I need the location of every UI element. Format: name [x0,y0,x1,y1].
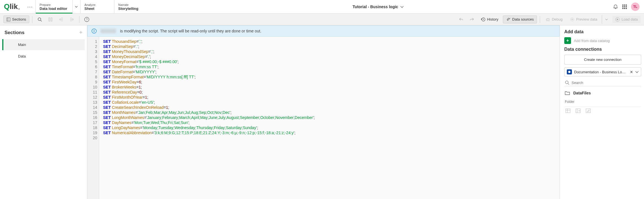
indent-button[interactable] [67,15,76,24]
history-button[interactable]: History [478,16,501,23]
data-sources-button[interactable]: Data sources [503,16,537,23]
create-connection-button[interactable]: Create new connection [564,55,641,65]
nav-tab-storytelling[interactable]: Narrate Storytelling [114,0,148,13]
play-icon [615,17,620,22]
select-data-icon[interactable] [565,109,570,113]
sidebar-title: Sections [5,30,25,36]
main-area: Sections + MainData i is modifying the s… [0,25,644,199]
undo-icon [459,17,463,22]
bell-icon[interactable] [613,4,618,9]
script-editor[interactable]: 1234567891011121314151617181920 SET Thou… [87,37,559,199]
connection-icon [567,69,572,74]
user-avatar[interactable]: TL [631,3,639,11]
divider [540,16,540,23]
svg-point-20 [572,19,573,20]
svg-rect-4 [624,6,625,7]
folder-icon [565,91,570,95]
history-label: History [487,17,498,21]
tab-small-label: Prepare [40,3,67,6]
tab-big-label: Data load editor [40,6,67,11]
load-data-button[interactable]: Load data [612,16,641,23]
insert-script-icon[interactable] [576,109,581,113]
qlik-logo[interactable]: Qlik. [0,0,24,13]
connection-item[interactable]: Documentation - Business Logic ... ✕ [564,67,641,76]
connection-name-label: Documentation - Business Logic ... [574,70,628,74]
data-sources-label: Data sources [512,17,534,21]
preview-icon [570,17,574,22]
svg-rect-0 [622,5,623,6]
help-button[interactable]: ? [82,15,91,24]
search-icon [37,17,42,22]
global-menu-icon[interactable]: ⋯ [24,0,35,13]
svg-rect-13 [49,18,50,21]
chevron-down-icon [605,18,608,21]
search-button[interactable] [35,15,44,24]
app-title-label: Tutorial - Business logic [353,5,398,9]
section-item-main[interactable]: Main [2,39,85,50]
grid-icon[interactable] [622,4,627,9]
connection-search[interactable] [564,79,641,86]
readonly-banner: i is modifying the script. The script wi… [87,25,559,37]
svg-rect-8 [626,8,627,9]
svg-rect-1 [624,5,625,6]
folder-name-label: DataFiles [573,91,591,95]
nav-tabs: Prepare Data load editorAnalyze SheetNar… [35,0,148,13]
undo-button[interactable] [457,15,466,24]
line-gutter: 1234567891011121314151617181920 [87,37,99,199]
section-item-data[interactable]: Data [2,51,85,62]
comment-icon [48,17,53,22]
tab-small-label: Narrate [118,3,143,6]
add-from-catalog-button[interactable]: + Add from data catalog [564,37,641,44]
svg-rect-9 [7,18,10,21]
redo-icon [470,17,474,22]
connection-action-icons [564,107,641,115]
add-section-button[interactable]: + [79,29,83,36]
sections-toggle-button[interactable]: Sections [3,16,29,23]
close-icon[interactable]: ✕ [630,70,633,74]
add-data-title: Add data [564,29,641,34]
outdent-icon [59,17,63,22]
app-title[interactable]: Tutorial - Business logic [148,0,609,13]
svg-rect-14 [51,18,52,21]
chevron-down-icon [400,5,404,8]
toolbar: Sections ? History Data sources Debug Pr… [0,14,644,25]
folder-item[interactable]: DataFiles [564,89,641,97]
edit-connection-icon[interactable] [586,109,591,113]
tab-small-label: Analyze [85,3,109,6]
tab-big-label: Storytelling [118,6,139,11]
svg-point-18 [547,19,549,21]
sections-label: Sections [12,17,26,21]
preview-button[interactable]: Preview data [567,16,600,23]
svg-rect-32 [586,109,590,113]
preview-label: Preview data [576,17,597,21]
chevron-down-icon[interactable] [635,70,639,74]
comment-button[interactable] [46,15,55,24]
search-icon [565,80,569,85]
svg-rect-5 [626,6,627,7]
svg-rect-2 [626,5,627,6]
redo-button[interactable] [467,15,476,24]
add-catalog-label: Add from data catalog [574,39,610,43]
help-icon: ? [84,17,89,22]
svg-rect-3 [622,6,623,7]
nav-tab-sheet[interactable]: Analyze Sheet [80,0,114,13]
svg-point-19 [570,18,574,21]
bug-icon [546,17,550,22]
svg-point-24 [568,71,570,73]
code-content: SET ThousandSep=','; SET DecimalSep='.';… [99,37,315,199]
plus-icon: + [564,37,571,44]
tab-chevron[interactable] [72,0,80,13]
search-input[interactable] [572,81,641,85]
svg-point-11 [38,18,41,21]
svg-text:i: i [94,29,94,33]
preview-dropdown[interactable] [602,15,611,24]
outdent-button[interactable] [57,15,66,24]
svg-line-12 [41,20,42,21]
svg-rect-7 [624,8,625,9]
nav-tab-data-load-editor[interactable]: Prepare Data load editor [35,0,72,13]
indent-icon [70,17,74,22]
sections-sidebar: Sections + MainData [0,25,87,199]
debug-label: Debug [552,17,563,21]
debug-button[interactable]: Debug [543,16,565,23]
top-bar: Qlik. ⋯ Prepare Data load editorAnalyze … [0,0,644,14]
